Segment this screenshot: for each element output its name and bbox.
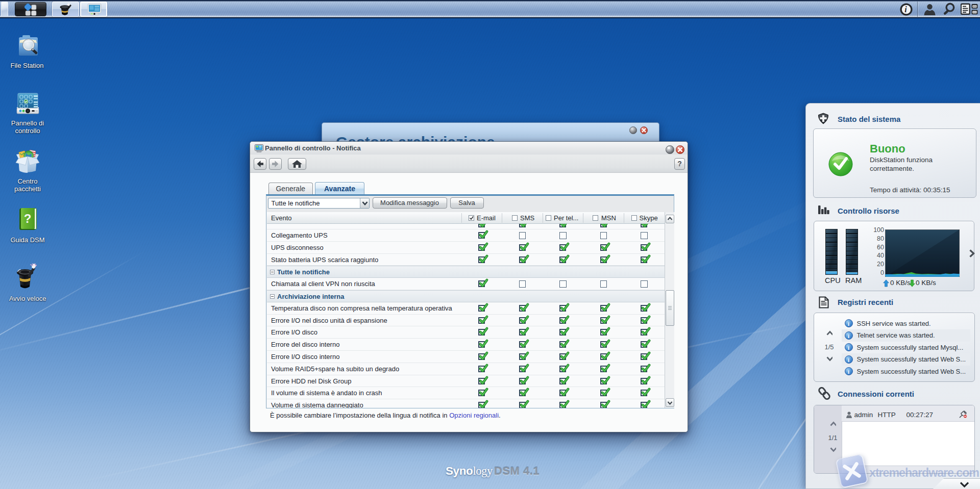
svg-text:?: ?: [24, 212, 32, 225]
svg-text:i: i: [904, 5, 907, 14]
